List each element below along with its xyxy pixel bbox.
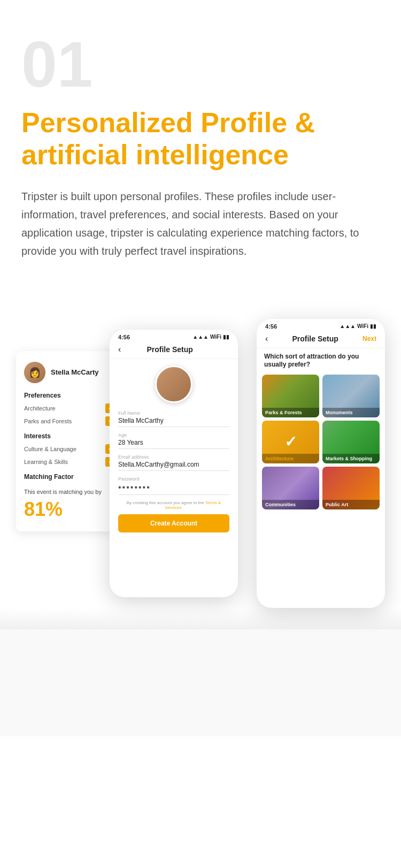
parks-bg: Parks & Forests <box>262 375 319 417</box>
parks-label: Parks & Forests <box>262 408 319 417</box>
phone2-next-btn[interactable]: Next <box>363 335 376 342</box>
phone1-time: 4:56 <box>118 334 130 340</box>
architecture-bg: ✓ Architecture <box>262 421 319 463</box>
profile-card-header: 👩 Stella McCarty <box>24 362 115 383</box>
age-field: Age 28 Years <box>118 432 229 449</box>
matching-description: This event is matching you by <box>24 488 115 496</box>
age-label: Age <box>118 432 229 438</box>
phone1-back-btn[interactable]: ‹ <box>118 345 121 354</box>
phone2-nav-title: Profile Setup <box>292 334 338 343</box>
public-art-label: Public Art <box>322 500 380 509</box>
mockups-area: 👩 Stella McCarty Preferences Architectur… <box>0 319 401 629</box>
phone-mockup-2: 4:56 ▲▲▲ WiFi ▮▮ ‹ Profile Setup Next Wh… <box>257 319 385 608</box>
pref-label-culture: Culture & Language <box>24 446 76 452</box>
attraction-architecture[interactable]: ✓ Architecture <box>262 421 319 463</box>
profile-name: Stella McCarty <box>51 368 99 376</box>
terms-link[interactable]: Terms & Services <box>165 500 221 510</box>
phone2-nav: ‹ Profile Setup Next <box>257 332 385 348</box>
pref-item-culture: Culture & Language <box>24 444 115 454</box>
pref-item-parks: Parks and Forests <box>24 416 115 426</box>
phone2-status-bar: 4:56 ▲▲▲ WiFi ▮▮ <box>257 319 385 332</box>
phone1-form: Full Name Stella McCarthy Age 28 Years E… <box>110 359 238 539</box>
full-name-field: Full Name Stella McCarthy <box>118 410 229 427</box>
battery-icon: ▮▮ <box>223 334 229 340</box>
password-value[interactable]: •••••••• <box>118 483 229 495</box>
email-field: Email address Stella.McCarthy@gmail.com <box>118 454 229 471</box>
pref-label-architecture: Architecture <box>24 405 56 412</box>
phone-mockup-1: 4:56 ▲▲▲ WiFi ▮▮ ‹ Profile Setup Full Na… <box>110 330 238 597</box>
section-description: Tripster is built upon personal profiles… <box>21 187 380 260</box>
pref-item-architecture: Architecture <box>24 403 115 413</box>
phone1-nav-title: Profile Setup <box>146 345 192 354</box>
attraction-public-art[interactable]: Public Art <box>322 467 380 509</box>
matching-factor-label: Matching Factor <box>24 473 115 481</box>
public-art-bg: Public Art <box>322 467 380 509</box>
signal2-icon: ▲▲▲ <box>340 323 356 329</box>
password-field: Password •••••••• <box>118 476 229 495</box>
phone1-nav: ‹ Profile Setup <box>110 342 238 359</box>
attraction-parks[interactable]: Parks & Forests <box>262 375 319 417</box>
pref-label-learning: Learning & Skills <box>24 459 68 465</box>
monuments-bg: Monuments <box>322 375 380 417</box>
matching-percent: 81% <box>24 498 115 521</box>
signal-icon: ▲▲▲ <box>192 334 209 340</box>
interests-label: Interests <box>24 432 115 440</box>
check-big-icon: ✓ <box>284 433 297 451</box>
attraction-monuments[interactable]: Monuments <box>322 375 380 417</box>
section-title: Personalized Profile & artificial intell… <box>21 107 380 171</box>
attraction-grid: Parks & Forests Monuments ✓ Architec <box>257 375 385 515</box>
battery2-icon: ▮▮ <box>370 323 376 329</box>
phone2-status-icons: ▲▲▲ WiFi ▮▮ <box>340 323 376 329</box>
age-value[interactable]: 28 Years <box>118 439 229 449</box>
pref-item-learning: Learning & Skills <box>24 457 115 467</box>
avatar-image: 👩 <box>24 362 45 383</box>
password-label: Password <box>118 476 229 482</box>
mockups-shadow <box>0 608 401 629</box>
bottom-section <box>0 629 401 736</box>
terms-text: By creating this account you agree to th… <box>118 500 229 510</box>
preferences-label: Preferences <box>24 392 115 399</box>
pref-label-parks: Parks and Forests <box>24 418 72 424</box>
communities-bg: Communities <box>262 467 319 509</box>
avatar: 👩 <box>24 362 45 383</box>
phone1-status-icons: ▲▲▲ WiFi ▮▮ <box>192 334 229 340</box>
wifi-icon: WiFi <box>210 334 221 340</box>
email-value[interactable]: Stella.McCarthy@gmail.com <box>118 461 229 471</box>
full-name-value[interactable]: Stella McCarthy <box>118 417 229 427</box>
phone2-time: 4:56 <box>265 323 277 330</box>
attraction-communities[interactable]: Communities <box>262 467 319 509</box>
section-top: 01 Personalized Profile & artificial int… <box>0 0 401 308</box>
markets-bg: Markets & Shopping <box>322 421 380 463</box>
attraction-markets[interactable]: Markets & Shopping <box>322 421 380 463</box>
profile-avatar-large <box>155 366 192 403</box>
markets-label: Markets & Shopping <box>322 454 380 463</box>
attraction-question: Which sort of attraction do you usually … <box>257 348 385 375</box>
architecture-label: Architecture <box>262 454 319 463</box>
phone1-status-bar: 4:56 ▲▲▲ WiFi ▮▮ <box>110 330 238 342</box>
email-label: Email address <box>118 454 229 460</box>
create-account-button[interactable]: Create Account <box>118 514 229 532</box>
communities-label: Communities <box>262 500 319 509</box>
profile-card: 👩 Stella McCarty Preferences Architectur… <box>16 351 123 531</box>
page-wrapper: 01 Personalized Profile & artificial int… <box>0 0 401 736</box>
section-number: 01 <box>21 32 380 96</box>
phone2-back-btn[interactable]: ‹ <box>265 334 268 344</box>
profile-avatar-center <box>118 366 229 403</box>
wifi2-icon: WiFi <box>357 323 368 329</box>
full-name-label: Full Name <box>118 410 229 416</box>
monuments-label: Monuments <box>322 408 380 417</box>
